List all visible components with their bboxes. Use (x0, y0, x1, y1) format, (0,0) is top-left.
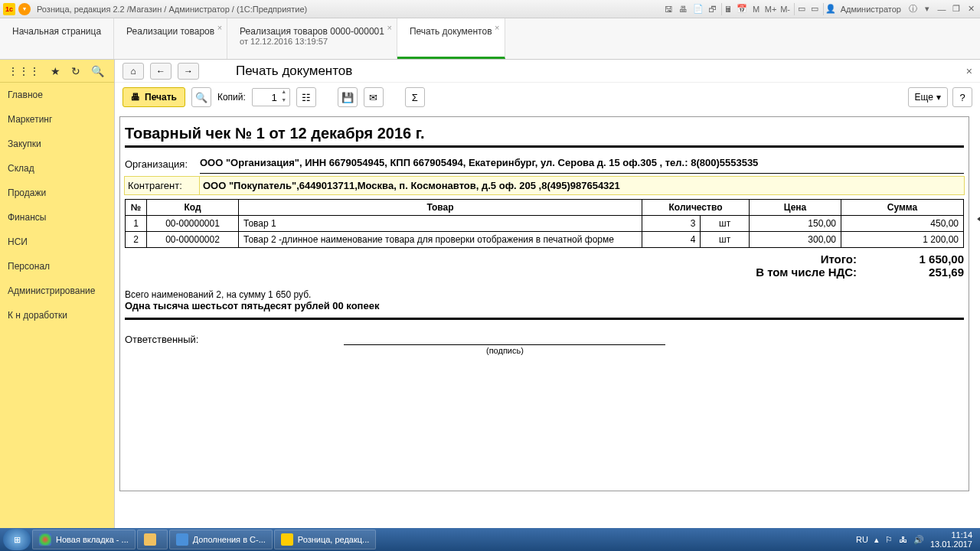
amount-words: Одна тысяча шестьсот пятьдесят рублей 00… (125, 300, 964, 320)
document: Товарный чек № 1 от 12 декабря 2016 г. О… (119, 116, 969, 491)
page-close-icon[interactable]: × (966, 65, 972, 77)
tab-label: Реализации товаров (126, 26, 214, 37)
table-row[interactable]: 1 00-00000001 Товар 1 3 шт 150,00 450,00 (126, 216, 964, 232)
search-icon[interactable]: 🔍 (91, 65, 104, 77)
th-name: Товар (239, 200, 642, 216)
panel1-icon[interactable]: ▭ (794, 3, 806, 15)
app-dropdown-icon[interactable]: ▾ (18, 3, 31, 15)
task-1c[interactable]: Розница, редакц... (274, 530, 376, 549)
network-icon[interactable]: 🖧 (899, 535, 907, 544)
tray-up-icon[interactable]: ▴ (874, 535, 879, 545)
sidebar-item-purchases[interactable]: Закупки (0, 132, 114, 156)
save-file-button[interactable]: 💾 (338, 87, 358, 107)
task-label: Новая вкладка - ... (56, 535, 129, 544)
back-button[interactable]: ← (150, 63, 172, 80)
print-icon[interactable]: 🖶 (678, 3, 690, 15)
tab-close-icon[interactable]: × (495, 23, 499, 32)
total-value: 1 650,00 (880, 253, 964, 266)
task-word[interactable]: Дополнения в С-... (169, 530, 273, 549)
home-button[interactable]: ⌂ (122, 63, 144, 80)
compare-icon[interactable]: 🗗 (707, 3, 719, 15)
doc-heading: Товарный чек № 1 от 12 декабря 2016 г. (125, 125, 964, 148)
menu-grid-icon[interactable]: ⋮⋮⋮ (8, 65, 40, 77)
windows-taskbar: ⊞ Новая вкладка - ... Дополнения в С-...… (0, 528, 980, 551)
tab-sale-doc[interactable]: Реализация товаров 0000-000001от 12.12.2… (227, 18, 397, 59)
sidebar-item-main[interactable]: Главное (0, 83, 114, 107)
contractor-row[interactable]: Контрагент: ООО "Покупатель",6449013711,… (125, 177, 964, 194)
forward-button[interactable]: → (178, 63, 199, 80)
m-plus-icon[interactable]: М+ (765, 3, 777, 15)
more-label: Еще (915, 92, 933, 103)
maximize-icon[interactable]: ❐ (950, 3, 962, 15)
flag-icon[interactable]: ⚐ (885, 535, 893, 545)
dropdown-icon[interactable]: ▾ (921, 3, 933, 15)
m-minus-icon[interactable]: М- (779, 3, 792, 15)
main-pane: ⌂ ← → Печать документов × 🖶 Печать 🔍 Коп… (115, 60, 980, 528)
volume-icon[interactable]: 🔊 (913, 535, 924, 545)
clock[interactable]: 11:14 13.01.2017 (930, 530, 972, 549)
sidebar-item-warehouse[interactable]: Склад (0, 156, 114, 181)
close-icon[interactable]: ✕ (965, 3, 977, 15)
sidebar-item-personnel[interactable]: Персонал (0, 254, 114, 279)
sidebar-item-nsi[interactable]: НСИ (0, 230, 114, 254)
doc-icon[interactable]: 📄 (692, 3, 704, 15)
th-price: Цена (750, 200, 841, 216)
table-row[interactable]: 2 00-00000002 Товар 2 -длинное наименова… (126, 232, 964, 248)
calc-icon[interactable]: 🖩 (721, 3, 733, 15)
tab-close-icon[interactable]: × (217, 23, 222, 32)
toolbar: 🖶 Печать 🔍 Копий: ▲▼ ☷ 💾 ✉ Σ Еще▾ ? (115, 83, 980, 112)
sidebar-item-admin[interactable]: Администрирование (0, 279, 114, 303)
org-label: Организация: (125, 157, 200, 174)
contractor-value: ООО "Покупатель",6449013711,Москва, п. К… (200, 177, 964, 194)
task-explorer[interactable] (137, 530, 168, 549)
tab-label: Реализация товаров 0000-000001 (240, 26, 384, 37)
contractor-label: Контрагент: (125, 177, 200, 194)
total-label: Итого: (125, 253, 880, 266)
spin-up-icon[interactable]: ▲ (279, 89, 289, 97)
spin-down-icon[interactable]: ▼ (279, 97, 289, 106)
responsible-label: Ответственный: (125, 334, 198, 345)
lang-indicator[interactable]: RU (856, 535, 868, 544)
preview-button[interactable]: 🔍 (191, 87, 211, 107)
sidebar-item-marketing[interactable]: Маркетинг (0, 107, 114, 132)
totals-block: Итого:1 650,00 В том числе НДС:251,69 (125, 253, 964, 279)
help-button[interactable]: ? (952, 87, 972, 107)
signature-row: Ответственный: (подпись) (125, 334, 964, 345)
chrome-icon (39, 533, 51, 546)
items-table: № Код Товар Количество Цена Сумма 1 00-0… (125, 199, 964, 248)
sidebar-item-sales[interactable]: Продажи (0, 181, 114, 205)
email-button[interactable]: ✉ (364, 87, 384, 107)
history-icon[interactable]: ↻ (71, 65, 80, 77)
document-area[interactable]: Товарный чек № 1 от 12 декабря 2016 г. О… (115, 112, 980, 528)
start-button[interactable]: ⊞ (3, 529, 31, 550)
minimize-icon[interactable]: — (936, 3, 948, 15)
tab-print[interactable]: Печать документов× (397, 18, 505, 59)
org-row: Организация: ООО "Организация", ИНН 6679… (125, 157, 964, 174)
save-icon[interactable]: 🖫 (663, 3, 675, 15)
printer-icon: 🖶 (131, 92, 140, 103)
panel2-icon[interactable]: ▭ (808, 3, 821, 15)
favorite-icon[interactable]: ★ (51, 65, 60, 77)
print-button[interactable]: 🖶 Печать (122, 87, 185, 107)
more-button[interactable]: Еще▾ (908, 87, 948, 107)
system-tray: RU ▴ ⚐ 🖧 🔊 11:14 13.01.2017 (856, 530, 977, 549)
sidebar: ⋮⋮⋮ ★ ↻ 🔍 Главное Маркетинг Закупки Скла… (0, 60, 115, 528)
items-summary: Всего наименований 2, на сумму 1 650 руб… (125, 289, 964, 300)
settings-button[interactable]: ☷ (296, 87, 316, 107)
info-icon[interactable]: ⓘ (906, 3, 919, 15)
calendar-icon[interactable]: 📅 (736, 3, 748, 15)
page-title: Печать документов (236, 64, 352, 79)
sidebar-item-finance[interactable]: Финансы (0, 205, 114, 230)
tab-home[interactable]: Начальная страница (0, 18, 114, 59)
sum-button[interactable]: Σ (405, 87, 425, 107)
task-label: Дополнения в С-... (193, 535, 266, 544)
tab-close-icon[interactable]: × (387, 23, 392, 32)
m-icon[interactable]: М (750, 3, 763, 15)
print-button-label: Печать (145, 92, 177, 103)
sidebar-item-custom[interactable]: К н доработки (0, 303, 114, 328)
copies-input-wrap: ▲▼ (252, 88, 290, 106)
table-header-row: № Код Товар Количество Цена Сумма (126, 200, 964, 216)
app-logo-icon: 1c (3, 3, 15, 15)
tab-sales-list[interactable]: Реализации товаров× (114, 18, 227, 59)
task-chrome[interactable]: Новая вкладка - ... (32, 530, 136, 549)
